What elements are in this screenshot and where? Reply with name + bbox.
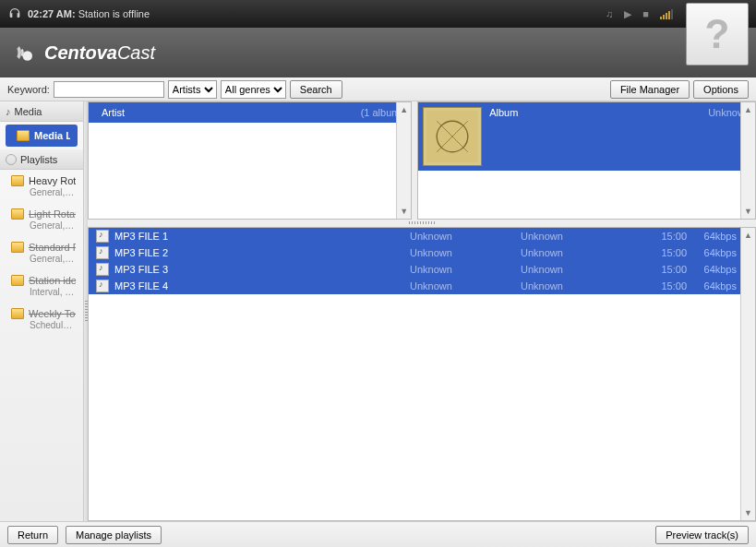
headphones-icon [7,6,22,21]
bottom-bar: Return Manage playlists Preview track(s) [0,521,756,547]
sidebar-item-media-library[interactable]: Media Library [6,125,78,147]
broadcast-icon [13,40,39,65]
sidebar-item-playlist[interactable]: Light Rotati...General, 0... [0,203,83,236]
scrollbar[interactable]: ▲▼ [740,102,755,219]
album-pane: Album Unknown ▲▼ [417,101,756,220]
album-label: Album [489,107,518,166]
music-note-icon: ♪ [6,106,11,117]
audio-file-icon [96,279,109,292]
user-avatar-box[interactable]: ? [686,3,749,65]
horizontal-splitter[interactable] [88,220,756,227]
folder-icon [11,275,24,286]
playlists-section-header: Playlists [0,149,83,170]
track-row[interactable]: MP3 FILE 2UnknownUnknown15:0064kbps [89,244,755,261]
track-row[interactable]: MP3 FILE 3UnknownUnknown15:0064kbps [89,261,755,278]
music-icon[interactable]: ♫ [606,8,613,19]
brand-bar: CentovaCast [0,28,756,77]
scrollbar[interactable]: ▲▼ [740,228,755,520]
toolbar: Keyword: Artists All genres Search File … [0,77,756,101]
folder-icon [11,208,24,220]
status-text: 02:27 AM: Station is offline [28,8,150,19]
filter-by-select[interactable]: Artists [168,80,217,99]
artist-label: Artist [102,107,125,118]
preview-tracks-button[interactable]: Preview track(s) [655,526,749,544]
sidebar-item-playlist[interactable]: Weekly Top...Schedule... [0,303,83,336]
artist-pane: Artist (1 album) ▲▼ [88,101,412,220]
genre-select[interactable]: All genres [221,80,286,99]
return-button[interactable]: Return [7,526,58,544]
question-icon: ? [705,11,730,57]
sidebar: ♪ Media Media Library Playlists Heavy Ro… [0,101,84,521]
status-bar: 02:27 AM: Station is offline ♫ ▶ ■ ? [0,0,756,28]
sidebar-item-playlist[interactable]: Standard R...General, 0... [0,236,83,269]
media-section-header: ♪ Media [0,101,83,122]
sidebar-item-playlist[interactable]: Heavy Rot...General, 0... [0,170,83,203]
stop-icon[interactable]: ■ [642,8,649,19]
track-row[interactable]: MP3 FILE 1UnknownUnknown15:0064kbps [89,228,755,244]
play-icon[interactable]: ▶ [624,8,631,20]
track-row[interactable]: MP3 FILE 4UnknownUnknown15:0064kbps [89,278,755,294]
album-cover [423,107,482,166]
folder-icon [11,308,24,319]
audio-file-icon [96,246,109,259]
scrollbar[interactable]: ▲▼ [396,102,411,219]
app-title: CentovaCast [44,42,155,64]
track-list: MP3 FILE 1UnknownUnknown15:0064kbpsMP3 F… [88,227,756,521]
signal-icon [660,8,673,19]
folder-icon [17,130,30,141]
sidebar-item-playlist[interactable]: Station ide...Interval, 0... [0,269,83,303]
playlist-icon [6,154,17,165]
audio-file-icon [96,263,109,276]
folder-icon [11,242,24,253]
album-row[interactable]: Album Unknown [418,102,755,171]
search-button[interactable]: Search [290,80,342,99]
keyword-input[interactable] [54,81,164,98]
manage-playlists-button[interactable]: Manage playlists [66,526,162,544]
artist-row[interactable]: Artist (1 album) [89,102,411,123]
keyword-label: Keyword: [7,84,50,95]
folder-icon [11,175,24,186]
audio-file-icon [96,230,109,243]
options-button[interactable]: Options [693,80,749,99]
file-manager-button[interactable]: File Manager [610,80,690,99]
